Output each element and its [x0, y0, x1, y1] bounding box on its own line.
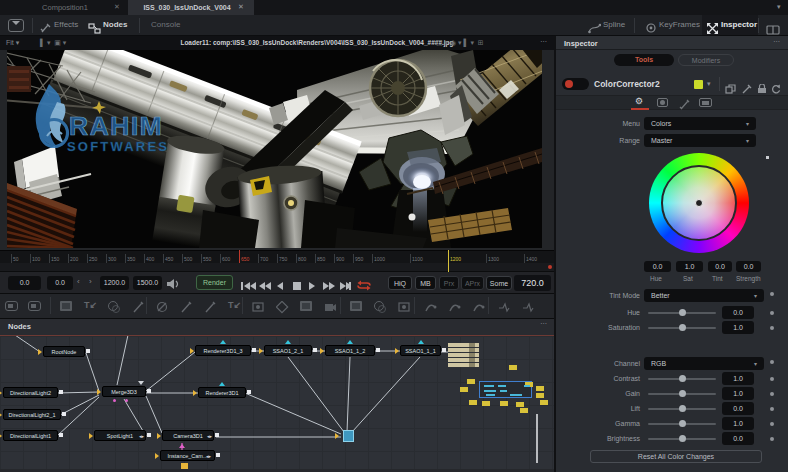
- svg-text:RAHIM: RAHIM: [69, 111, 163, 141]
- svg-text:SOFTWARES: SOFTWARES: [67, 139, 169, 154]
